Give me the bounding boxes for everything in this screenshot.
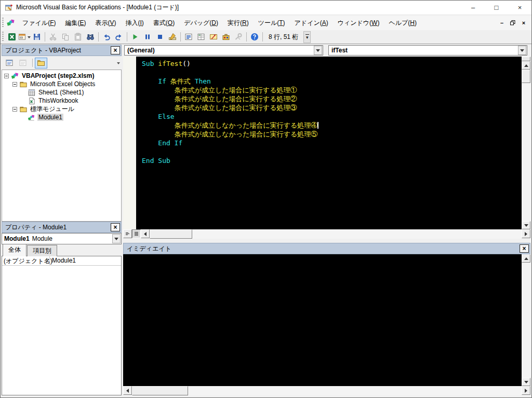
- horizontal-scroll-thumb[interactable]: [150, 229, 192, 239]
- toolbox-button[interactable]: [220, 31, 232, 43]
- project-explorer-button[interactable]: [182, 31, 195, 43]
- property-value[interactable]: Module1: [50, 256, 121, 265]
- horizontal-scroll-thumb[interactable]: [132, 386, 188, 395]
- view-excel-button[interactable]: [6, 31, 18, 43]
- menu-item[interactable]: 実行(R): [223, 17, 254, 30]
- project-tree: VBAProject (step2.xlsm)Microsoft Excel O…: [2, 70, 122, 222]
- mdi-restore-button[interactable]: [508, 19, 517, 27]
- object-browser-button[interactable]: [207, 31, 220, 43]
- tree-item[interactable]: Microsoft Excel Objects: [2, 80, 121, 88]
- paste-button[interactable]: [72, 31, 84, 43]
- immediate-close-button[interactable]: ×: [520, 244, 529, 253]
- design-mode-button[interactable]: [166, 31, 179, 43]
- project-panel-title: プロジェクト - VBAProject: [5, 46, 81, 55]
- code-line: If 条件式 Then: [142, 77, 522, 86]
- immediate-header[interactable]: イミディエイト ×: [123, 243, 530, 254]
- toggle-folders-button[interactable]: [35, 58, 47, 68]
- scroll-right-button[interactable]: [522, 229, 530, 238]
- find-icon: [86, 33, 95, 41]
- mdi-restore-icon: [510, 20, 515, 25]
- reset-button[interactable]: [154, 31, 166, 43]
- code-text: Sub ifTest() If 条件式 Then 条件式が成立した場合に実行する…: [136, 57, 522, 229]
- toolbar-grip[interactable]: [2, 18, 4, 28]
- minimize-button[interactable]: –: [461, 1, 485, 15]
- collapse-icon[interactable]: [4, 74, 9, 78]
- menu-item[interactable]: 表示(V): [90, 17, 121, 30]
- scroll-left-button[interactable]: [141, 229, 150, 238]
- save-button[interactable]: [31, 31, 43, 43]
- tree-item[interactable]: ThisWorkbook: [2, 97, 121, 105]
- menu-item[interactable]: ウィンドウ(W): [333, 17, 384, 30]
- code-window: (General) ifTest Sub ifTest() If 条件式 The…: [123, 45, 530, 239]
- split-handle[interactable]: [522, 57, 530, 61]
- toolbar-separator: [262, 32, 263, 42]
- object-dropdown[interactable]: (General): [124, 45, 323, 56]
- insert-userform-button[interactable]: [18, 31, 31, 43]
- project-close-button[interactable]: ×: [111, 46, 120, 54]
- mdi-close-button[interactable]: ×: [519, 19, 528, 27]
- property-row: (オブジェクト名) Module1: [2, 256, 121, 266]
- toolbar-overflow-button[interactable]: ▾: [303, 31, 311, 43]
- menu-item[interactable]: 書式(O): [149, 17, 179, 30]
- menu-item[interactable]: ヘルプ(H): [384, 17, 421, 30]
- code-editor[interactable]: Sub ifTest() If 条件式 Then 条件式が成立した場合に実行する…: [123, 57, 522, 229]
- full-module-view-button[interactable]: [132, 229, 141, 238]
- object-dropdown-button[interactable]: [314, 46, 322, 55]
- tree-item[interactable]: Sheet1 (Sheet1): [2, 88, 121, 97]
- copy-button[interactable]: [59, 31, 72, 43]
- tab-alphabetic[interactable]: 全体: [3, 244, 26, 256]
- module-icon: [28, 114, 36, 121]
- redo-button[interactable]: [113, 31, 125, 43]
- menu-item[interactable]: ファイル(F): [18, 17, 60, 30]
- scroll-left-button[interactable]: [123, 386, 132, 395]
- scroll-down-button[interactable]: [522, 378, 530, 386]
- scroll-down-button[interactable]: [522, 221, 530, 229]
- tree-item[interactable]: Module1: [2, 113, 121, 121]
- properties-panel-header[interactable]: プロパティ - Module1 ×: [2, 222, 122, 233]
- selector-dropdown-button[interactable]: [112, 234, 121, 243]
- properties-close-button[interactable]: ×: [111, 223, 120, 231]
- collapse-icon[interactable]: [12, 82, 17, 87]
- undo-button[interactable]: [100, 31, 113, 43]
- immediate-editor[interactable]: [123, 254, 522, 386]
- procedure-dropdown[interactable]: ifTest: [328, 45, 527, 56]
- run-button[interactable]: [129, 31, 141, 43]
- properties-window-button[interactable]: [195, 31, 207, 43]
- scroll-right-button[interactable]: [522, 386, 530, 395]
- properties-object-selector[interactable]: Module1 Module: [2, 233, 122, 244]
- help-button[interactable]: [248, 31, 261, 43]
- tree-item[interactable]: VBAProject (step2.xlsm): [2, 72, 121, 80]
- scroll-up-button[interactable]: [522, 254, 530, 263]
- vertical-scroll-thumb[interactable]: [522, 70, 530, 83]
- menu-item[interactable]: デバッグ(D): [179, 17, 223, 30]
- scroll-track: [188, 386, 522, 395]
- collapse-icon[interactable]: [12, 107, 17, 112]
- close-button[interactable]: ×: [508, 1, 531, 15]
- chevron-down-icon[interactable]: [117, 62, 120, 66]
- maximize-button[interactable]: □: [485, 1, 508, 15]
- toolbar-separator: [180, 32, 181, 42]
- reset-icon: [156, 33, 164, 41]
- options-button[interactable]: [232, 31, 245, 43]
- margin-indicator-bar[interactable]: [123, 57, 136, 229]
- scroll-up-button[interactable]: [522, 61, 530, 70]
- cut-button[interactable]: [47, 31, 59, 43]
- toolbar-separator: [45, 32, 45, 42]
- project-panel-header[interactable]: プロジェクト - VBAProject ×: [2, 45, 122, 56]
- view-object-button[interactable]: [17, 58, 29, 68]
- menu-item[interactable]: 編集(E): [60, 17, 90, 30]
- menu-item[interactable]: アドイン(A): [290, 17, 333, 30]
- tree-item[interactable]: 標準モジュール: [2, 105, 121, 113]
- mdi-minimize-button[interactable]: –: [497, 19, 507, 27]
- toolbar-grip[interactable]: [2, 32, 4, 42]
- find-button[interactable]: [84, 31, 97, 43]
- menu-item[interactable]: ツール(T): [254, 17, 290, 30]
- view-code-button[interactable]: [3, 58, 16, 68]
- tab-categorized[interactable]: 項目別: [27, 245, 57, 256]
- menu-item[interactable]: 挿入(I): [121, 17, 149, 30]
- paste-icon: [74, 33, 82, 41]
- break-button[interactable]: [141, 31, 154, 43]
- toolbar-separator: [246, 32, 247, 42]
- procedure-view-button[interactable]: [123, 229, 132, 238]
- procedure-dropdown-button[interactable]: [518, 46, 526, 55]
